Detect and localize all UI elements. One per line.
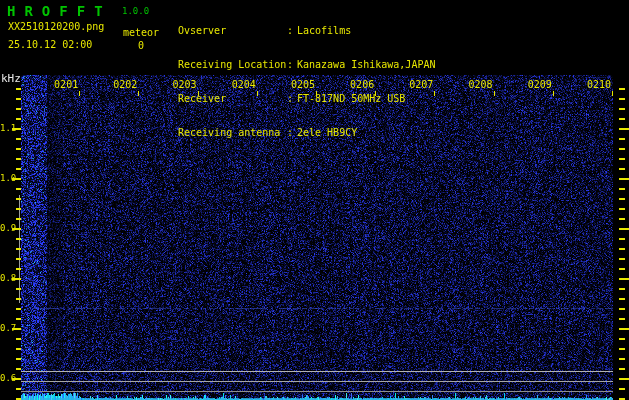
separator: : <box>287 58 297 72</box>
observer-label: Ovserver <box>178 24 287 38</box>
x-axis-label: 0207 <box>403 80 433 90</box>
x-axis-label: 0201 <box>48 80 78 90</box>
station-info-block: Ovserver:Lacofilms Receiving Location:Ka… <box>178 4 435 150</box>
x-axis-label: 0202 <box>107 80 137 90</box>
x-axis-label: 0203 <box>167 80 197 90</box>
y-axis-label: 0.7 <box>0 324 13 333</box>
y-axis-label: 1.0 <box>0 174 13 183</box>
y-axis-label: 0.6 <box>0 374 13 383</box>
info-row-observer: Ovserver:Lacofilms <box>178 24 435 38</box>
antenna-label: Receiving antenna <box>178 126 287 140</box>
separator: : <box>287 92 297 106</box>
app-title: HROFFT <box>7 4 112 18</box>
separator: : <box>287 24 297 38</box>
x-axis-label: 0209 <box>522 80 552 90</box>
y-axis-label: 1.1 <box>0 124 13 133</box>
observation-datetime: 25.10.12 02:00 <box>8 40 92 50</box>
location-label: Receiving Location <box>178 58 287 72</box>
output-filename: XX2510120200.png <box>8 22 104 32</box>
info-row-antenna: Receiving antenna:2ele HB9CY <box>178 126 435 140</box>
receiver-label: Receiver <box>178 92 287 106</box>
frequency-unit-label: kHz <box>1 73 21 84</box>
x-axis-label: 0210 <box>581 80 611 90</box>
x-axis-label: 0206 <box>344 80 374 90</box>
info-row-location: Receiving Location:Kanazawa Ishikawa,JAP… <box>178 58 435 72</box>
x-axis-label: 0208 <box>463 80 493 90</box>
x-axis-label: 0204 <box>226 80 256 90</box>
y-axis-label: 0.8 <box>0 274 13 283</box>
location-value: Kanazawa Ishikawa,JAPAN <box>297 59 435 70</box>
observer-value: Lacofilms <box>297 25 351 36</box>
separator: : <box>287 126 297 140</box>
info-row-receiver: Receiver:FT-817ND 50MHz USB <box>178 92 435 106</box>
antenna-value: 2ele HB9CY <box>297 127 357 138</box>
y-axis-label: 0.9 <box>0 224 13 233</box>
receiver-value: FT-817ND 50MHz USB <box>297 93 405 104</box>
hrofft-screen: { "app": { "title": "HROFFT", "version":… <box>0 0 629 400</box>
app-version: 1.0.0 <box>122 7 149 16</box>
x-axis-label: 0205 <box>285 80 315 90</box>
meteor-counter-label: meteor <box>123 28 159 38</box>
meteor-counter-value: 0 <box>138 41 144 51</box>
